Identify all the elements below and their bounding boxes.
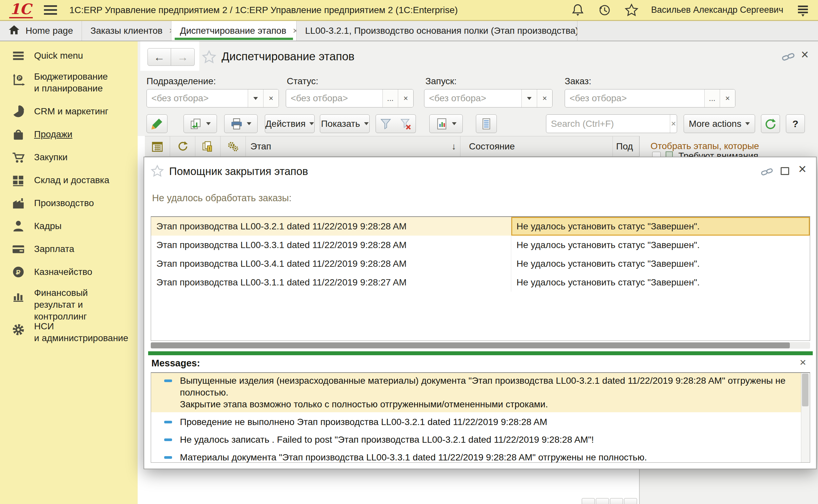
message-item[interactable]: Проведение не выполнено Этап производств…: [151, 414, 810, 430]
search-box[interactable]: ×: [546, 114, 677, 133]
filter-value[interactable]: <без отбора>: [424, 89, 521, 107]
ellipsis-button[interactable]: ...: [704, 89, 720, 107]
sidebar-item-master-data[interactable]: НСИ и администрирование: [11, 320, 128, 344]
stage-cell[interactable]: Этап производства LL00-3.3.1 dated 11/22…: [151, 236, 511, 254]
main-menu-icon[interactable]: [44, 5, 57, 15]
table-pager-button[interactable]: [610, 498, 623, 504]
clear-filter-button[interactable]: ×: [263, 89, 279, 107]
user-menu-icon[interactable]: [796, 3, 810, 17]
list-view-button[interactable]: [476, 114, 497, 133]
tab-production-stage[interactable]: LL00-3.2.1, Производство основания полки…: [297, 21, 577, 41]
message-item[interactable]: Выпущенные изделия (неизрасходованные ма…: [151, 373, 810, 412]
tab-home-page[interactable]: Home page: [0, 21, 82, 41]
dialog-close-icon[interactable]: ×: [798, 161, 807, 177]
sidebar-item-crm[interactable]: CRM и маркетинг: [11, 104, 108, 119]
filter-value[interactable]: <без отбора>: [565, 89, 704, 107]
messages-label: Messages:: [151, 358, 200, 369]
status-cell[interactable]: Не удалось установить статус "Завершен".: [511, 273, 810, 292]
current-user-name[interactable]: Васильев Александр Сергеевич: [651, 5, 783, 15]
notifications-bell-icon[interactable]: [571, 3, 585, 17]
messages-close-icon[interactable]: ×: [800, 356, 806, 369]
sidebar-item-sales[interactable]: Продажи: [11, 127, 72, 142]
sidebar-item-production[interactable]: Производство: [11, 196, 94, 210]
status-cell[interactable]: Не удалось установить статус "Завершен".: [511, 254, 810, 273]
status-cell[interactable]: Не удалось установить статус "Завершен".: [511, 236, 810, 254]
scrollbar-thumb[interactable]: [151, 342, 790, 348]
message-item[interactable]: Не удалось записать . Failed to post "Эт…: [151, 432, 810, 448]
clear-filter-button[interactable]: ×: [720, 89, 735, 107]
sidebar-item-payroll[interactable]: Зарплата: [11, 242, 74, 256]
filter-status[interactable]: <без отбора> ... ×: [286, 89, 414, 107]
filter-division[interactable]: <без отбора> ×: [146, 89, 279, 107]
column-header-stage[interactable]: Этап ↓: [246, 136, 460, 156]
dialog-favorite-star-icon[interactable]: [151, 165, 164, 180]
sidebar-item-warehouse[interactable]: Склад и доставка: [11, 173, 109, 187]
filter-launch[interactable]: <без отбора> ×: [424, 89, 553, 107]
back-button[interactable]: ←: [147, 48, 171, 66]
vertical-scrollbar[interactable]: [801, 373, 810, 462]
show-button[interactable]: Показать: [320, 114, 370, 133]
clear-filter-button[interactable]: [396, 114, 416, 133]
refresh-button[interactable]: [761, 114, 780, 133]
help-button[interactable]: ?: [786, 114, 805, 133]
page-favorite-star-icon[interactable]: [202, 50, 216, 67]
favorites-star-icon[interactable]: [624, 3, 639, 17]
dropdown-button[interactable]: [248, 89, 263, 107]
filter-order[interactable]: <без отбора> ... ×: [565, 89, 735, 107]
tab-close-icon[interactable]: ×: [292, 26, 297, 36]
dialog-maximize-icon[interactable]: [781, 167, 789, 175]
tab-customer-orders[interactable]: Заказы клиентов ×: [82, 21, 171, 41]
forward-button[interactable]: →: [171, 48, 195, 66]
chevron-down-icon: [309, 122, 314, 125]
gear-icon: [11, 322, 26, 337]
table-row[interactable]: Этап производства LL00-3.3.1 dated 11/22…: [151, 236, 810, 254]
copy-button[interactable]: [184, 114, 217, 133]
table-pager-button[interactable]: [582, 498, 595, 504]
sort-desc-icon[interactable]: ↓: [452, 141, 456, 152]
calendar-header-icon[interactable]: [145, 136, 170, 156]
more-actions-button[interactable]: More actions: [684, 114, 755, 133]
horizontal-scrollbar[interactable]: [151, 342, 810, 349]
dialog-get-link-icon[interactable]: [760, 167, 773, 179]
filter-value[interactable]: <без отбора>: [147, 89, 248, 107]
get-link-icon[interactable]: [781, 52, 795, 64]
print-button[interactable]: [224, 114, 258, 133]
scrollbar-thumb[interactable]: [802, 374, 808, 406]
table-row[interactable]: Этап производства LL00-3.2.1 dated 11/22…: [151, 217, 810, 236]
copy-warning-header-icon[interactable]: !: [195, 136, 221, 156]
ellipsis-button[interactable]: ...: [382, 89, 398, 107]
sidebar-item-hr[interactable]: Кадры: [11, 219, 62, 233]
set-filter-button[interactable]: [376, 114, 396, 133]
report-button[interactable]: [429, 114, 463, 133]
dropdown-button[interactable]: [521, 89, 537, 107]
sidebar-item-budgeting[interactable]: Р Бюджетирование и планирование: [11, 71, 108, 94]
restructure-header-icon[interactable]: [170, 136, 195, 156]
table-pager-button[interactable]: [596, 498, 609, 504]
table-row[interactable]: Этап производства LL00-3.4.1 dated 11/22…: [151, 254, 810, 273]
sidebar-item-quick-menu[interactable]: Quick menu: [11, 48, 83, 63]
table-row[interactable]: Этап производства LL00-3.1.1 dated 11/22…: [151, 273, 810, 292]
stage-cell[interactable]: Этап производства LL00-3.2.1 dated 11/22…: [151, 217, 511, 236]
message-item[interactable]: Материалы документа "Этап производства L…: [151, 450, 810, 463]
actions-button[interactable]: Действия: [265, 114, 315, 133]
clear-search-icon[interactable]: ×: [670, 115, 677, 133]
clear-filter-button[interactable]: ×: [537, 89, 552, 107]
tab-stage-dispatching[interactable]: Диспетчирование этапов ×: [171, 21, 297, 41]
status-cell[interactable]: Не удалось установить статус "Завершен".: [511, 217, 810, 236]
stage-cell[interactable]: Этап производства LL00-3.1.1 dated 11/22…: [151, 273, 511, 292]
filter-value[interactable]: <без отбора>: [286, 89, 382, 107]
gears-header-icon[interactable]: [221, 136, 246, 156]
search-input[interactable]: [546, 115, 670, 133]
sidebar-item-treasury[interactable]: Р Казначейство: [11, 265, 92, 279]
column-header-state[interactable]: Состояние: [460, 136, 613, 156]
stage-cell[interactable]: Этап производства LL00-3.4.1 dated 11/22…: [151, 254, 511, 273]
edit-button[interactable]: [146, 114, 167, 133]
sidebar-item-purchasing[interactable]: Закупки: [11, 150, 68, 165]
sidebar-item-financial-result[interactable]: Финансовый результат и контроллинг: [11, 287, 138, 322]
table-pager-button[interactable]: [624, 498, 637, 504]
tab-close-icon[interactable]: ×: [168, 26, 171, 36]
column-header-division[interactable]: Под: [613, 136, 639, 156]
clear-filter-button[interactable]: ×: [398, 89, 413, 107]
history-icon[interactable]: [597, 3, 612, 17]
close-page-icon[interactable]: ×: [801, 48, 808, 61]
